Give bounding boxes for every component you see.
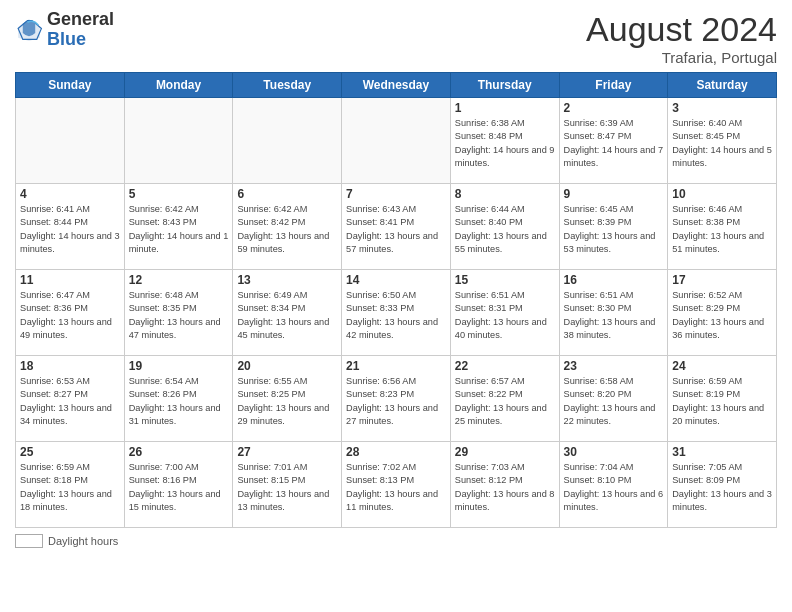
day-number: 14 [346,273,446,287]
day-info: Sunrise: 7:03 AM Sunset: 8:12 PM Dayligh… [455,461,555,514]
weekday-header-friday: Friday [559,73,668,98]
day-number: 25 [20,445,120,459]
calendar-cell: 29Sunrise: 7:03 AM Sunset: 8:12 PM Dayli… [450,442,559,528]
weekday-header-row: SundayMondayTuesdayWednesdayThursdayFrid… [16,73,777,98]
calendar-cell: 14Sunrise: 6:50 AM Sunset: 8:33 PM Dayli… [342,270,451,356]
logo-text: General Blue [47,10,114,50]
day-number: 31 [672,445,772,459]
title-block: August 2024 Trafaria, Portugal [586,10,777,66]
calendar-cell: 4Sunrise: 6:41 AM Sunset: 8:44 PM Daylig… [16,184,125,270]
day-number: 29 [455,445,555,459]
day-info: Sunrise: 6:55 AM Sunset: 8:25 PM Dayligh… [237,375,337,428]
day-number: 10 [672,187,772,201]
day-info: Sunrise: 6:58 AM Sunset: 8:20 PM Dayligh… [564,375,664,428]
day-number: 23 [564,359,664,373]
page: General Blue August 2024 Trafaria, Portu… [0,0,792,612]
day-number: 1 [455,101,555,115]
day-number: 18 [20,359,120,373]
day-info: Sunrise: 7:02 AM Sunset: 8:13 PM Dayligh… [346,461,446,514]
calendar-cell: 8Sunrise: 6:44 AM Sunset: 8:40 PM Daylig… [450,184,559,270]
day-number: 26 [129,445,229,459]
day-number: 30 [564,445,664,459]
day-number: 4 [20,187,120,201]
day-info: Sunrise: 6:48 AM Sunset: 8:35 PM Dayligh… [129,289,229,342]
calendar-cell: 15Sunrise: 6:51 AM Sunset: 8:31 PM Dayli… [450,270,559,356]
weekday-header-sunday: Sunday [16,73,125,98]
calendar-cell: 25Sunrise: 6:59 AM Sunset: 8:18 PM Dayli… [16,442,125,528]
day-number: 15 [455,273,555,287]
calendar-cell: 16Sunrise: 6:51 AM Sunset: 8:30 PM Dayli… [559,270,668,356]
weekday-header-thursday: Thursday [450,73,559,98]
location-subtitle: Trafaria, Portugal [586,49,777,66]
day-number: 28 [346,445,446,459]
logo-icon [15,16,43,44]
calendar-cell: 3Sunrise: 6:40 AM Sunset: 8:45 PM Daylig… [668,98,777,184]
day-info: Sunrise: 6:59 AM Sunset: 8:19 PM Dayligh… [672,375,772,428]
calendar-cell: 17Sunrise: 6:52 AM Sunset: 8:29 PM Dayli… [668,270,777,356]
calendar-cell: 11Sunrise: 6:47 AM Sunset: 8:36 PM Dayli… [16,270,125,356]
day-number: 5 [129,187,229,201]
day-number: 3 [672,101,772,115]
day-number: 6 [237,187,337,201]
calendar-cell: 28Sunrise: 7:02 AM Sunset: 8:13 PM Dayli… [342,442,451,528]
day-info: Sunrise: 6:59 AM Sunset: 8:18 PM Dayligh… [20,461,120,514]
day-info: Sunrise: 6:51 AM Sunset: 8:30 PM Dayligh… [564,289,664,342]
weekday-header-saturday: Saturday [668,73,777,98]
calendar-cell: 22Sunrise: 6:57 AM Sunset: 8:22 PM Dayli… [450,356,559,442]
day-info: Sunrise: 6:47 AM Sunset: 8:36 PM Dayligh… [20,289,120,342]
calendar-table: SundayMondayTuesdayWednesdayThursdayFrid… [15,72,777,528]
day-info: Sunrise: 6:44 AM Sunset: 8:40 PM Dayligh… [455,203,555,256]
logo-general-text: General [47,10,114,30]
day-number: 9 [564,187,664,201]
day-info: Sunrise: 7:04 AM Sunset: 8:10 PM Dayligh… [564,461,664,514]
day-number: 7 [346,187,446,201]
day-info: Sunrise: 6:46 AM Sunset: 8:38 PM Dayligh… [672,203,772,256]
day-info: Sunrise: 6:51 AM Sunset: 8:31 PM Dayligh… [455,289,555,342]
logo: General Blue [15,10,114,50]
day-info: Sunrise: 6:39 AM Sunset: 8:47 PM Dayligh… [564,117,664,170]
week-row-2: 4Sunrise: 6:41 AM Sunset: 8:44 PM Daylig… [16,184,777,270]
calendar-cell: 30Sunrise: 7:04 AM Sunset: 8:10 PM Dayli… [559,442,668,528]
calendar-cell [124,98,233,184]
day-info: Sunrise: 6:54 AM Sunset: 8:26 PM Dayligh… [129,375,229,428]
header: General Blue August 2024 Trafaria, Portu… [15,10,777,66]
daylight-legend-label: Daylight hours [48,535,118,547]
calendar-cell: 27Sunrise: 7:01 AM Sunset: 8:15 PM Dayli… [233,442,342,528]
calendar-cell: 2Sunrise: 6:39 AM Sunset: 8:47 PM Daylig… [559,98,668,184]
calendar-cell [233,98,342,184]
weekday-header-monday: Monday [124,73,233,98]
weekday-header-tuesday: Tuesday [233,73,342,98]
calendar-cell [16,98,125,184]
calendar-cell: 21Sunrise: 6:56 AM Sunset: 8:23 PM Dayli… [342,356,451,442]
day-number: 11 [20,273,120,287]
day-info: Sunrise: 6:41 AM Sunset: 8:44 PM Dayligh… [20,203,120,256]
day-info: Sunrise: 6:40 AM Sunset: 8:45 PM Dayligh… [672,117,772,170]
day-info: Sunrise: 6:42 AM Sunset: 8:43 PM Dayligh… [129,203,229,256]
day-number: 13 [237,273,337,287]
footer: Daylight hours [15,534,777,548]
calendar-cell: 9Sunrise: 6:45 AM Sunset: 8:39 PM Daylig… [559,184,668,270]
month-title: August 2024 [586,10,777,49]
day-number: 21 [346,359,446,373]
day-info: Sunrise: 6:53 AM Sunset: 8:27 PM Dayligh… [20,375,120,428]
day-info: Sunrise: 6:57 AM Sunset: 8:22 PM Dayligh… [455,375,555,428]
calendar-cell: 26Sunrise: 7:00 AM Sunset: 8:16 PM Dayli… [124,442,233,528]
calendar-cell: 24Sunrise: 6:59 AM Sunset: 8:19 PM Dayli… [668,356,777,442]
day-number: 12 [129,273,229,287]
calendar-cell: 12Sunrise: 6:48 AM Sunset: 8:35 PM Dayli… [124,270,233,356]
day-number: 20 [237,359,337,373]
calendar-cell: 5Sunrise: 6:42 AM Sunset: 8:43 PM Daylig… [124,184,233,270]
calendar-cell: 13Sunrise: 6:49 AM Sunset: 8:34 PM Dayli… [233,270,342,356]
day-info: Sunrise: 6:42 AM Sunset: 8:42 PM Dayligh… [237,203,337,256]
day-info: Sunrise: 6:45 AM Sunset: 8:39 PM Dayligh… [564,203,664,256]
legend-color-box [15,534,43,548]
week-row-4: 18Sunrise: 6:53 AM Sunset: 8:27 PM Dayli… [16,356,777,442]
day-info: Sunrise: 7:01 AM Sunset: 8:15 PM Dayligh… [237,461,337,514]
day-info: Sunrise: 6:38 AM Sunset: 8:48 PM Dayligh… [455,117,555,170]
day-info: Sunrise: 6:56 AM Sunset: 8:23 PM Dayligh… [346,375,446,428]
day-number: 22 [455,359,555,373]
day-info: Sunrise: 6:43 AM Sunset: 8:41 PM Dayligh… [346,203,446,256]
weekday-header-wednesday: Wednesday [342,73,451,98]
calendar-cell: 20Sunrise: 6:55 AM Sunset: 8:25 PM Dayli… [233,356,342,442]
daylight-legend: Daylight hours [15,534,118,548]
